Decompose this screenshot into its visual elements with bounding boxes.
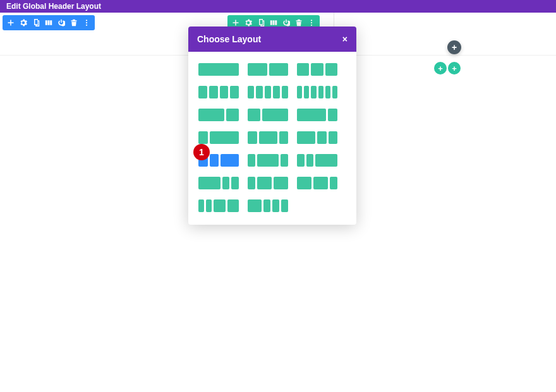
trash-icon[interactable] <box>294 18 303 27</box>
plus-icon[interactable] <box>6 18 15 27</box>
columns-icon[interactable] <box>44 18 53 27</box>
more-icon[interactable] <box>82 18 91 27</box>
duplicate-icon[interactable] <box>257 18 265 27</box>
layout-option[interactable] <box>198 86 239 98</box>
top-bar-title: Edit Global Header Layout <box>6 2 101 11</box>
trash-icon[interactable] <box>70 18 78 27</box>
layout-option[interactable] <box>297 86 337 98</box>
add-row-button[interactable]: + <box>434 62 447 74</box>
layout-option[interactable] <box>297 177 337 189</box>
close-icon[interactable]: × <box>342 34 348 44</box>
power-icon[interactable] <box>57 18 66 27</box>
svg-point-1 <box>86 22 87 23</box>
svg-point-2 <box>86 25 87 26</box>
svg-point-5 <box>311 25 312 26</box>
layout-option[interactable] <box>297 154 337 167</box>
layout-options-grid <box>188 52 356 225</box>
layout-option[interactable] <box>248 131 288 144</box>
power-icon[interactable] <box>282 18 291 27</box>
layout-option[interactable] <box>198 63 239 76</box>
choose-layout-modal: Choose Layout × <box>188 27 356 225</box>
add-section-button[interactable]: + <box>447 40 461 54</box>
layout-option[interactable] <box>297 109 337 121</box>
add-row-button-2[interactable]: + <box>448 62 461 74</box>
top-bar: Edit Global Header Layout <box>0 0 556 13</box>
columns-icon[interactable] <box>269 18 278 27</box>
layout-option[interactable] <box>248 199 288 212</box>
layout-option[interactable] <box>248 63 288 76</box>
svg-point-3 <box>311 20 312 21</box>
section-toolbar-blue <box>3 15 95 30</box>
layout-option[interactable] <box>248 109 288 121</box>
layout-option[interactable] <box>297 63 337 76</box>
layout-option[interactable] <box>198 131 239 144</box>
duplicate-icon[interactable] <box>32 18 40 27</box>
gear-icon[interactable] <box>244 18 253 27</box>
layout-option[interactable] <box>248 86 288 98</box>
plus-icon[interactable] <box>231 18 240 27</box>
modal-header: Choose Layout × <box>188 27 356 52</box>
modal-title: Choose Layout <box>197 34 261 44</box>
layout-option[interactable] <box>297 131 337 144</box>
more-icon[interactable] <box>307 18 316 27</box>
svg-point-4 <box>311 22 312 23</box>
svg-point-0 <box>86 20 87 21</box>
gear-icon[interactable] <box>19 18 28 27</box>
layout-option[interactable] <box>248 177 288 189</box>
layout-option[interactable] <box>198 199 239 212</box>
layout-option[interactable] <box>198 109 239 121</box>
layout-option[interactable] <box>248 154 288 167</box>
layout-option[interactable] <box>198 177 239 189</box>
callout-badge: 1 <box>193 144 210 160</box>
